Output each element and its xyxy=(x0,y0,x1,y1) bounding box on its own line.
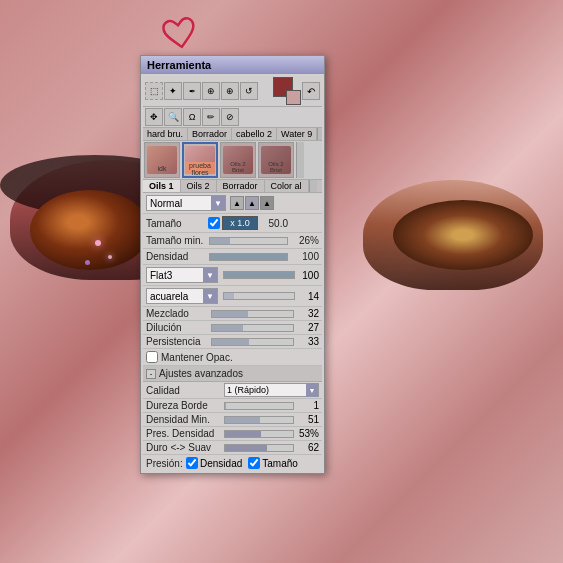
ajustes-header[interactable]: - Ajustes avanzados xyxy=(143,366,322,382)
tamano-label: Tamaño xyxy=(146,218,206,229)
tamano-min-slider[interactable] xyxy=(209,237,288,245)
tamano-min-fill xyxy=(210,238,230,244)
brush-item-oils2-brist-1[interactable]: Oils 2Brist xyxy=(220,142,256,178)
acuarela-slider[interactable] xyxy=(223,292,295,300)
category-tabs-row: Oils 1 Oils 2 Borrador Color al xyxy=(143,180,322,193)
ajustes-collapse-btn[interactable]: - xyxy=(146,369,156,379)
brush-item-oils2-brist-2[interactable]: Oils 2Brist xyxy=(258,142,294,178)
bucket-tool-btn[interactable]: ⊕ xyxy=(202,82,220,100)
persistencia-label: Persistencia xyxy=(146,336,208,347)
acuarela-select[interactable]: acuarela ▼ xyxy=(146,288,218,304)
persistencia-slider[interactable] xyxy=(211,338,294,346)
flat3-value: 100 xyxy=(297,270,319,281)
densidad-value: 100 xyxy=(291,251,319,262)
densidad-min-slider[interactable] xyxy=(224,416,294,424)
presion-tamano-checkbox[interactable] xyxy=(248,457,260,469)
tamano-value: 50.0 xyxy=(260,218,288,229)
densidad-min-value: 51 xyxy=(297,414,319,425)
presion-row: Presión: Densidad Tamaño xyxy=(143,455,322,471)
dureza-borde-label: Dureza Borde xyxy=(146,400,221,411)
duro-suav-value: 62 xyxy=(297,442,319,453)
headphone-btn[interactable]: Ω xyxy=(183,108,201,126)
duro-suav-slider[interactable] xyxy=(224,444,294,452)
pres-densidad-row: Pres. Densidad 53% xyxy=(143,427,322,441)
brush-tab-water[interactable]: Water 9 xyxy=(277,128,317,140)
tamano-checkbox[interactable] xyxy=(208,217,220,229)
acuarela-arrow[interactable]: ▼ xyxy=(203,289,217,303)
tamano-multiplier[interactable]: x 1.0 xyxy=(222,216,258,230)
blend-mode-arrow[interactable]: ▼ xyxy=(211,196,225,210)
mezclado-label: Mezclado xyxy=(146,308,208,319)
brush-tabs-row: hard bru. Borrador cabello 2 Water 9 xyxy=(143,128,322,141)
panel-title-text: Herramienta xyxy=(147,59,211,71)
brush2-btn[interactable]: ✏ xyxy=(202,108,220,126)
brush-tab-hard[interactable]: hard bru. xyxy=(143,128,188,140)
pen-tool-btn[interactable]: ✒ xyxy=(183,82,201,100)
duro-suav-row: Duro <-> Suav 62 xyxy=(143,441,322,455)
brush-tab-cabello[interactable]: cabello 2 xyxy=(232,128,277,140)
densidad-slider[interactable] xyxy=(209,253,288,261)
blend-mid-btn[interactable]: ▲ xyxy=(245,196,259,210)
move2-btn[interactable]: ✥ xyxy=(145,108,163,126)
toolbar-row-2: ✥ 🔍 Ω ✏ ⊘ xyxy=(143,107,322,128)
rotate-tool-btn[interactable]: ↺ xyxy=(240,82,258,100)
brush-tabs-scrollbar[interactable] xyxy=(317,128,322,140)
calidad-label: Calidad xyxy=(146,385,221,396)
panel-body: ⬚ ✦ ✒ ⊕ ⊕ ↺ ↶ ✥ 🔍 Ω ✏ ⊘ hard bru. xyxy=(141,74,324,473)
flat3-select[interactable]: Flat3 ▼ xyxy=(146,267,218,283)
flat3-arrow[interactable]: ▼ xyxy=(203,268,217,282)
magnify-btn[interactable]: 🔍 xyxy=(164,108,182,126)
dilucion-row: Dilución 27 xyxy=(143,321,322,335)
pres-densidad-label: Pres. Densidad xyxy=(146,428,221,439)
densidad-min-fill xyxy=(225,417,260,423)
densidad-min-row: Densidad Min. 51 xyxy=(143,413,322,427)
dureza-borde-value: 1 xyxy=(297,400,319,411)
blend-mode-select[interactable]: Normal ▼ xyxy=(146,195,226,211)
dureza-borde-slider[interactable] xyxy=(224,402,294,410)
presion-densidad-checkbox[interactable] xyxy=(186,457,198,469)
presion-densidad-item: Densidad xyxy=(186,457,242,469)
flat3-row: Flat3 ▼ 100 xyxy=(143,265,322,286)
cat-tab-oils2[interactable]: Oils 2 xyxy=(181,180,217,192)
flat3-slider[interactable] xyxy=(223,271,295,279)
cat-tab-borrador[interactable]: Borrador xyxy=(217,180,265,192)
eraser-btn[interactable]: ⊘ xyxy=(221,108,239,126)
blend-arrows: ▲ ▲ ▲ xyxy=(230,196,274,210)
panel-title-bar: Herramienta xyxy=(141,56,324,74)
brush-item-prueba[interactable]: pruebaflores xyxy=(182,142,218,178)
tamano-min-label: Tamaño min. xyxy=(146,235,206,246)
tamano-min-row: Tamaño min. 26% xyxy=(143,233,322,249)
secondary-color-swatch[interactable] xyxy=(286,90,301,105)
calidad-arrow[interactable]: ▼ xyxy=(306,383,318,397)
heart-doodle xyxy=(157,12,204,60)
calidad-value: 1 (Rápido) xyxy=(225,385,306,395)
acuarela-fill xyxy=(224,293,234,299)
mantener-row: Mantener Opac. xyxy=(143,349,322,366)
pres-densidad-slider[interactable] xyxy=(224,430,294,438)
mantener-checkbox[interactable] xyxy=(146,351,158,363)
cat-tab-coloral[interactable]: Color al xyxy=(265,180,309,192)
dilucion-slider[interactable] xyxy=(211,324,294,332)
calidad-select[interactable]: 1 (Rápido) ▼ xyxy=(224,383,319,397)
brush-items-row: idk pruebaflores Oils 2Brist Oils 2Brist xyxy=(143,141,322,180)
undo-btn[interactable]: ↶ xyxy=(302,82,320,100)
mezclado-slider[interactable] xyxy=(211,310,294,318)
blend-up-btn[interactable]: ▲ xyxy=(230,196,244,210)
blend-down-btn[interactable]: ▲ xyxy=(260,196,274,210)
cat-tabs-scrollbar[interactable] xyxy=(309,180,317,192)
zoom-tool-btn[interactable]: ⊕ xyxy=(221,82,239,100)
flat3-fill xyxy=(224,272,294,278)
brush-item-idk[interactable]: idk xyxy=(144,142,180,178)
presion-tamano-item: Tamaño xyxy=(248,457,298,469)
brush-items-scrollbar[interactable] xyxy=(296,142,304,178)
acuarela-row: acuarela ▼ 14 xyxy=(143,286,322,307)
mezclado-fill xyxy=(212,311,248,317)
blend-mode-value: Normal xyxy=(147,198,211,209)
pres-densidad-fill xyxy=(225,431,261,437)
densidad-fill xyxy=(210,254,287,260)
brush-tab-borrador[interactable]: Borrador xyxy=(188,128,232,140)
densidad-row: Densidad 100 xyxy=(143,249,322,265)
move-tool-btn[interactable]: ✦ xyxy=(164,82,182,100)
cat-tab-oils1[interactable]: Oils 1 xyxy=(143,180,181,192)
selection-tool-btn[interactable]: ⬚ xyxy=(145,82,163,100)
